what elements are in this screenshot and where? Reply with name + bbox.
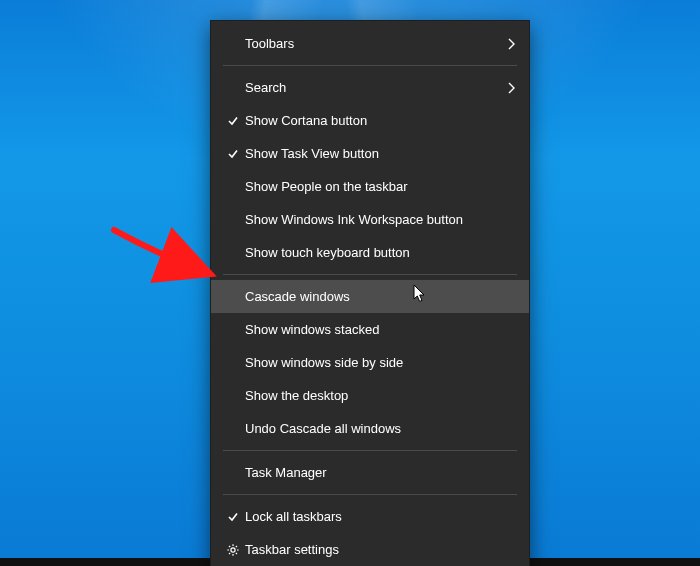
menu-item-label: Taskbar settings bbox=[243, 542, 515, 557]
menu-item-label: Show windows side by side bbox=[243, 355, 515, 370]
menu-item-label: Search bbox=[243, 80, 507, 95]
chevron-right-icon bbox=[507, 38, 515, 50]
menu-item-show-cortana[interactable]: Show Cortana button bbox=[211, 104, 529, 137]
menu-item-lock-all-taskbars[interactable]: Lock all taskbars bbox=[211, 500, 529, 533]
menu-item-show-the-desktop[interactable]: Show the desktop bbox=[211, 379, 529, 412]
menu-item-label: Show People on the taskbar bbox=[243, 179, 515, 194]
menu-separator bbox=[223, 274, 517, 275]
check-icon bbox=[223, 115, 243, 127]
menu-item-undo-cascade[interactable]: Undo Cascade all windows bbox=[211, 412, 529, 445]
menu-item-label: Task Manager bbox=[243, 465, 515, 480]
menu-item-show-touch-keyboard[interactable]: Show touch keyboard button bbox=[211, 236, 529, 269]
menu-separator bbox=[223, 494, 517, 495]
menu-item-label: Show the desktop bbox=[243, 388, 515, 403]
menu-item-show-windows-stacked[interactable]: Show windows stacked bbox=[211, 313, 529, 346]
menu-item-label: Show Task View button bbox=[243, 146, 515, 161]
menu-item-show-people[interactable]: Show People on the taskbar bbox=[211, 170, 529, 203]
svg-point-0 bbox=[231, 547, 235, 551]
menu-item-label: Lock all taskbars bbox=[243, 509, 515, 524]
menu-item-toolbars[interactable]: Toolbars bbox=[211, 27, 529, 60]
menu-item-task-manager[interactable]: Task Manager bbox=[211, 456, 529, 489]
menu-item-show-ink-workspace[interactable]: Show Windows Ink Workspace button bbox=[211, 203, 529, 236]
menu-item-label: Show windows stacked bbox=[243, 322, 515, 337]
menu-separator bbox=[223, 450, 517, 451]
menu-item-label: Toolbars bbox=[243, 36, 507, 51]
menu-item-show-task-view[interactable]: Show Task View button bbox=[211, 137, 529, 170]
menu-item-cascade-windows[interactable]: Cascade windows bbox=[211, 280, 529, 313]
menu-item-taskbar-settings[interactable]: Taskbar settings bbox=[211, 533, 529, 566]
menu-item-label: Show Cortana button bbox=[243, 113, 515, 128]
menu-item-search[interactable]: Search bbox=[211, 71, 529, 104]
taskbar-context-menu: Toolbars Search Show Cortana button Show… bbox=[210, 20, 530, 566]
menu-item-label: Cascade windows bbox=[243, 289, 515, 304]
menu-separator bbox=[223, 65, 517, 66]
gear-icon bbox=[223, 543, 243, 557]
menu-item-label: Show Windows Ink Workspace button bbox=[243, 212, 515, 227]
menu-item-label: Show touch keyboard button bbox=[243, 245, 515, 260]
annotation-arrow bbox=[108, 224, 218, 284]
menu-item-label: Undo Cascade all windows bbox=[243, 421, 515, 436]
menu-item-show-windows-side-by-side[interactable]: Show windows side by side bbox=[211, 346, 529, 379]
check-icon bbox=[223, 511, 243, 523]
check-icon bbox=[223, 148, 243, 160]
chevron-right-icon bbox=[507, 82, 515, 94]
